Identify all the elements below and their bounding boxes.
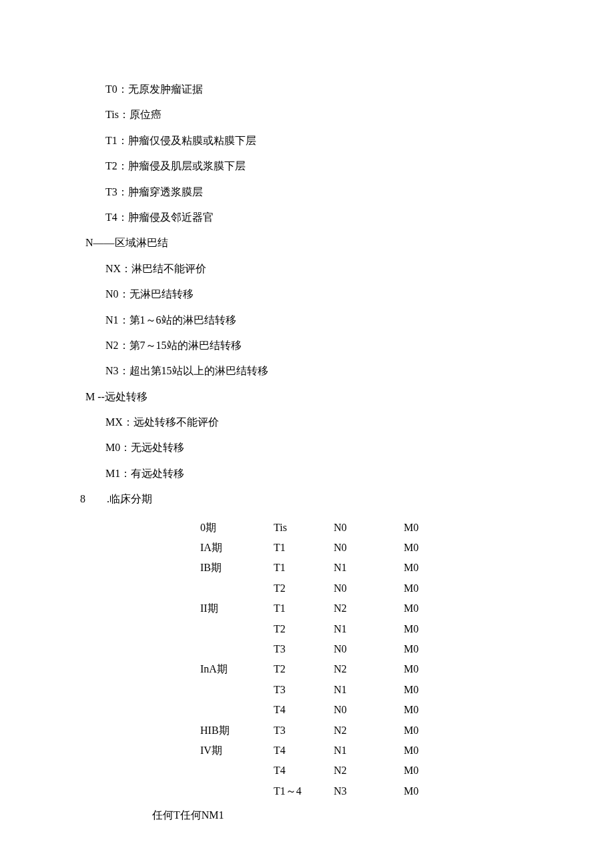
stage-cell: [200, 781, 274, 801]
n-cell: N2: [334, 761, 404, 781]
stage-cell: [200, 578, 274, 598]
n-cell: N1: [334, 619, 404, 639]
n3-line: N3：超出第15站以上的淋巴结转移: [80, 358, 547, 384]
staging-row: T2N0M0: [200, 578, 547, 598]
staging-row: T3N1M0: [200, 680, 547, 700]
n-cell: N1: [334, 741, 404, 761]
m0-line: M0：无远处转移: [80, 435, 547, 460]
mx-line: MX：远处转移不能评价: [80, 410, 547, 435]
t4-line: T4：肿瘤侵及邻近器官: [80, 205, 547, 230]
t2-line: T2：肿瘤侵及肌层或浆膜下层: [80, 153, 547, 179]
clinical-staging-heading: 8 .临床分期: [80, 486, 547, 512]
m-cell: M0: [404, 659, 444, 679]
m-heading: M --远处转移: [80, 384, 547, 410]
staging-row: IB期T1N1M0: [200, 558, 547, 578]
staging-row: 0期TisN0M0: [200, 518, 547, 538]
n-cell: N0: [334, 639, 404, 659]
n-cell: N2: [334, 721, 404, 741]
stage-cell: IB期: [200, 558, 274, 578]
n-heading: N——区域淋巴结: [80, 230, 547, 256]
stage-cell: 0期: [200, 518, 274, 538]
staging-row: T2N1M0: [200, 619, 547, 639]
m-cell: M0: [404, 639, 444, 659]
n0-line: N0：无淋巴结转移: [80, 282, 547, 307]
stage-cell: II期: [200, 598, 274, 618]
heading-label: .临床分期: [107, 486, 152, 512]
n-cell: N0: [334, 578, 404, 598]
stage-cell: [200, 639, 274, 659]
t-cell: T2: [274, 659, 334, 679]
t-cell: T1～4: [274, 781, 334, 801]
staging-row: T4N0M0: [200, 700, 547, 720]
t-cell: T1: [274, 598, 334, 618]
n-cell: N2: [334, 598, 404, 618]
t-cell: T4: [274, 761, 334, 781]
t0-line: T0：无原发肿瘤证据: [80, 77, 547, 102]
m-cell: M0: [404, 518, 444, 538]
stage-cell: [200, 761, 274, 781]
m-cell: M0: [404, 721, 444, 741]
staging-table: 0期TisN0M0IA期T1N0M0IB期T1N1M0T2N0M0II期T1N2…: [80, 512, 547, 801]
staging-row: InA期T2N2M0: [200, 659, 547, 679]
n-cell: N1: [334, 558, 404, 578]
t-cell: T1: [274, 538, 334, 558]
m-cell: M0: [404, 700, 444, 720]
nx-line: NX：淋巴结不能评价: [80, 256, 547, 282]
staging-row: HIB期T3N2M0: [200, 721, 547, 741]
t-cell: T2: [274, 619, 334, 639]
m-cell: M0: [404, 619, 444, 639]
m-cell: M0: [404, 680, 444, 700]
staging-row: T1～4N3M0: [200, 781, 547, 801]
stage-cell: InA期: [200, 659, 274, 679]
stage-cell: [200, 700, 274, 720]
n2-line: N2：第7～15站的淋巴结转移: [80, 333, 547, 358]
t-cell: T2: [274, 578, 334, 598]
staging-row: T4N2M0: [200, 761, 547, 781]
stage-cell: HIB期: [200, 721, 274, 741]
staging-footer-line: 任何T任何NM1: [80, 801, 547, 825]
m-cell: M0: [404, 761, 444, 781]
t-cell: T1: [274, 558, 334, 578]
stage-cell: [200, 680, 274, 700]
m-cell: M0: [404, 558, 444, 578]
m-cell: M0: [404, 578, 444, 598]
stage-cell: IV期: [200, 741, 274, 761]
heading-number: 8: [80, 486, 107, 512]
n-cell: N0: [334, 518, 404, 538]
stage-cell: [200, 619, 274, 639]
t-cell: T4: [274, 741, 334, 761]
tis-line: Tis：原位癌: [80, 102, 547, 127]
n1-line: N1：第1～6站的淋巴结转移: [80, 308, 547, 333]
stage-cell: IA期: [200, 538, 274, 558]
t1-line: T1：肿瘤仅侵及粘膜或粘膜下层: [80, 128, 547, 153]
staging-row: IV期T4N1M0: [200, 741, 547, 761]
t-cell: T4: [274, 700, 334, 720]
n-cell: N0: [334, 700, 404, 720]
t-cell: T3: [274, 680, 334, 700]
t3-line: T3：肿瘤穿透浆膜层: [80, 179, 547, 205]
m-cell: M0: [404, 781, 444, 801]
m-cell: M0: [404, 538, 444, 558]
n-cell: N2: [334, 659, 404, 679]
n-cell: N1: [334, 680, 404, 700]
t-cell: T3: [274, 639, 334, 659]
staging-row: T3N0M0: [200, 639, 547, 659]
staging-row: IA期T1N0M0: [200, 538, 547, 558]
staging-row: II期T1N2M0: [200, 598, 547, 618]
t-cell: Tis: [274, 518, 334, 538]
m-cell: M0: [404, 741, 444, 761]
n-cell: N3: [334, 781, 404, 801]
document-page: T0：无原发肿瘤证据 Tis：原位癌 T1：肿瘤仅侵及粘膜或粘膜下层 T2：肿瘤…: [0, 0, 614, 868]
n-cell: N0: [334, 538, 404, 558]
m-cell: M0: [404, 598, 444, 618]
t-cell: T3: [274, 721, 334, 741]
m1-line: M1：有远处转移: [80, 461, 547, 486]
